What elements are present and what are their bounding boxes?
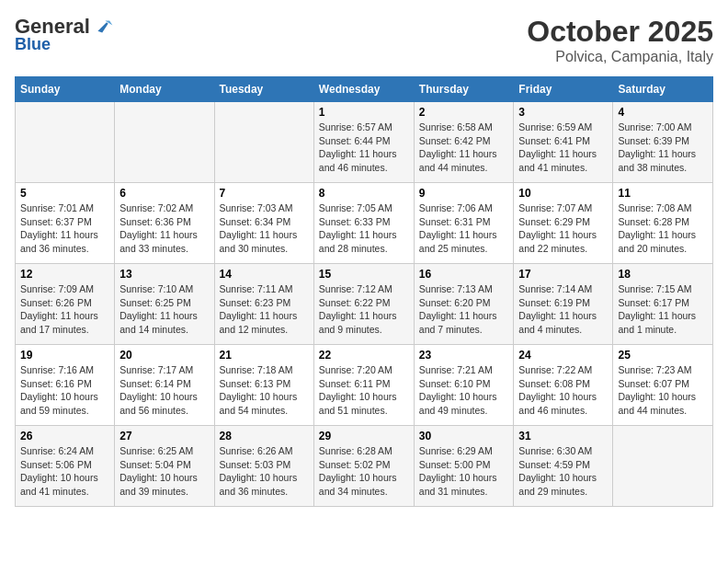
day-info: Sunrise: 7:20 AMSunset: 6:11 PMDaylight:… xyxy=(319,363,409,418)
calendar-cell: 24Sunrise: 7:22 AMSunset: 6:08 PMDayligh… xyxy=(514,345,613,426)
header-wednesday: Wednesday xyxy=(313,77,414,102)
calendar-cell: 22Sunrise: 7:20 AMSunset: 6:11 PMDayligh… xyxy=(313,345,414,426)
header-sunday: Sunday xyxy=(16,77,115,102)
day-info: Sunrise: 6:26 AMSunset: 5:03 PMDaylight:… xyxy=(220,444,309,499)
day-number: 1 xyxy=(319,106,409,119)
day-info: Sunrise: 7:06 AMSunset: 6:31 PMDaylight:… xyxy=(419,201,509,256)
calendar-week-row: 26Sunrise: 6:24 AMSunset: 5:06 PMDayligh… xyxy=(16,426,713,507)
calendar-cell: 9Sunrise: 7:06 AMSunset: 6:31 PMDaylight… xyxy=(414,183,514,264)
day-number: 26 xyxy=(20,430,109,442)
day-number: 8 xyxy=(319,187,409,200)
calendar-cell: 19Sunrise: 7:16 AMSunset: 6:16 PMDayligh… xyxy=(16,345,115,426)
day-number: 13 xyxy=(119,268,209,281)
day-number: 6 xyxy=(119,187,209,200)
day-info: Sunrise: 7:08 AMSunset: 6:28 PMDaylight:… xyxy=(618,201,708,256)
day-info: Sunrise: 7:00 AMSunset: 6:39 PMDaylight:… xyxy=(618,121,708,175)
calendar-cell: 31Sunrise: 6:30 AMSunset: 4:59 PMDayligh… xyxy=(514,426,613,507)
day-number: 3 xyxy=(518,106,608,119)
header-thursday: Thursday xyxy=(414,77,514,102)
day-info: Sunrise: 7:11 AMSunset: 6:23 PMDaylight:… xyxy=(220,282,309,337)
calendar-week-row: 12Sunrise: 7:09 AMSunset: 6:26 PMDayligh… xyxy=(16,264,713,345)
day-number: 23 xyxy=(419,349,509,362)
day-info: Sunrise: 7:21 AMSunset: 6:10 PMDaylight:… xyxy=(419,363,509,418)
day-info: Sunrise: 7:23 AMSunset: 6:07 PMDaylight:… xyxy=(618,363,708,418)
header-tuesday: Tuesday xyxy=(214,77,313,102)
day-info: Sunrise: 7:02 AMSunset: 6:36 PMDaylight:… xyxy=(119,201,209,256)
day-info: Sunrise: 6:57 AMSunset: 6:44 PMDaylight:… xyxy=(319,121,409,175)
calendar-cell xyxy=(214,102,313,183)
day-info: Sunrise: 7:10 AMSunset: 6:25 PMDaylight:… xyxy=(119,282,209,337)
day-number: 12 xyxy=(20,268,109,281)
day-number: 16 xyxy=(419,268,509,281)
logo: General Blue xyxy=(15,15,114,54)
day-number: 14 xyxy=(220,268,309,281)
day-info: Sunrise: 7:07 AMSunset: 6:29 PMDaylight:… xyxy=(518,201,608,256)
day-number: 27 xyxy=(119,430,209,442)
day-number: 17 xyxy=(518,268,608,281)
calendar-header-row: SundayMondayTuesdayWednesdayThursdayFrid… xyxy=(16,77,713,102)
calendar-cell xyxy=(115,102,214,183)
day-number: 21 xyxy=(220,349,309,362)
calendar-cell: 28Sunrise: 6:26 AMSunset: 5:03 PMDayligh… xyxy=(214,426,313,507)
day-info: Sunrise: 7:18 AMSunset: 6:13 PMDaylight:… xyxy=(220,363,309,418)
calendar-cell: 23Sunrise: 7:21 AMSunset: 6:10 PMDayligh… xyxy=(414,345,514,426)
day-number: 31 xyxy=(518,430,608,442)
day-info: Sunrise: 7:03 AMSunset: 6:34 PMDaylight:… xyxy=(220,201,309,256)
calendar-cell: 15Sunrise: 7:12 AMSunset: 6:22 PMDayligh… xyxy=(313,264,414,345)
day-number: 11 xyxy=(618,187,708,200)
day-number: 5 xyxy=(20,187,109,200)
calendar-cell: 7Sunrise: 7:03 AMSunset: 6:34 PMDaylight… xyxy=(214,183,313,264)
day-number: 4 xyxy=(618,106,708,119)
calendar-cell: 30Sunrise: 6:29 AMSunset: 5:00 PMDayligh… xyxy=(414,426,514,507)
calendar-table: SundayMondayTuesdayWednesdayThursdayFrid… xyxy=(15,76,713,507)
calendar-week-row: 19Sunrise: 7:16 AMSunset: 6:16 PMDayligh… xyxy=(16,345,713,426)
calendar-cell: 27Sunrise: 6:25 AMSunset: 5:04 PMDayligh… xyxy=(115,426,214,507)
day-info: Sunrise: 7:13 AMSunset: 6:20 PMDaylight:… xyxy=(419,282,509,337)
calendar-cell: 21Sunrise: 7:18 AMSunset: 6:13 PMDayligh… xyxy=(214,345,313,426)
calendar-cell: 13Sunrise: 7:10 AMSunset: 6:25 PMDayligh… xyxy=(115,264,214,345)
calendar-cell: 14Sunrise: 7:11 AMSunset: 6:23 PMDayligh… xyxy=(214,264,313,345)
day-number: 25 xyxy=(618,349,708,362)
day-number: 30 xyxy=(419,430,509,442)
day-info: Sunrise: 7:14 AMSunset: 6:19 PMDaylight:… xyxy=(518,282,608,337)
calendar-cell: 10Sunrise: 7:07 AMSunset: 6:29 PMDayligh… xyxy=(514,183,613,264)
day-number: 24 xyxy=(518,349,608,362)
day-number: 22 xyxy=(319,349,409,362)
day-info: Sunrise: 7:12 AMSunset: 6:22 PMDaylight:… xyxy=(319,282,409,337)
location-subtitle: Polvica, Campania, Italy xyxy=(527,49,713,65)
calendar-cell: 11Sunrise: 7:08 AMSunset: 6:28 PMDayligh… xyxy=(613,183,713,264)
day-info: Sunrise: 6:28 AMSunset: 5:02 PMDaylight:… xyxy=(319,444,409,499)
day-info: Sunrise: 6:24 AMSunset: 5:06 PMDaylight:… xyxy=(20,444,109,499)
day-number: 15 xyxy=(319,268,409,281)
day-info: Sunrise: 6:59 AMSunset: 6:41 PMDaylight:… xyxy=(518,121,608,175)
day-number: 7 xyxy=(220,187,309,200)
day-number: 10 xyxy=(518,187,608,200)
calendar-cell: 16Sunrise: 7:13 AMSunset: 6:20 PMDayligh… xyxy=(414,264,514,345)
calendar-cell: 26Sunrise: 6:24 AMSunset: 5:06 PMDayligh… xyxy=(16,426,115,507)
calendar-week-row: 5Sunrise: 7:01 AMSunset: 6:37 PMDaylight… xyxy=(16,183,713,264)
calendar-cell: 29Sunrise: 6:28 AMSunset: 5:02 PMDayligh… xyxy=(313,426,414,507)
calendar-cell xyxy=(16,102,115,183)
day-number: 9 xyxy=(419,187,509,200)
calendar-cell: 20Sunrise: 7:17 AMSunset: 6:14 PMDayligh… xyxy=(115,345,214,426)
day-number: 29 xyxy=(319,430,409,442)
calendar-cell: 3Sunrise: 6:59 AMSunset: 6:41 PMDaylight… xyxy=(514,102,613,183)
day-info: Sunrise: 6:30 AMSunset: 4:59 PMDaylight:… xyxy=(518,444,608,499)
calendar-cell: 18Sunrise: 7:15 AMSunset: 6:17 PMDayligh… xyxy=(613,264,713,345)
calendar-cell: 4Sunrise: 7:00 AMSunset: 6:39 PMDaylight… xyxy=(613,102,713,183)
day-info: Sunrise: 7:01 AMSunset: 6:37 PMDaylight:… xyxy=(20,201,109,256)
calendar-cell: 1Sunrise: 6:57 AMSunset: 6:44 PMDaylight… xyxy=(313,102,414,183)
calendar-cell: 25Sunrise: 7:23 AMSunset: 6:07 PMDayligh… xyxy=(613,345,713,426)
day-info: Sunrise: 6:29 AMSunset: 5:00 PMDaylight:… xyxy=(419,444,509,499)
logo-blue-text: Blue xyxy=(15,35,51,54)
day-info: Sunrise: 6:25 AMSunset: 5:04 PMDaylight:… xyxy=(119,444,209,499)
calendar-cell: 6Sunrise: 7:02 AMSunset: 6:36 PMDaylight… xyxy=(115,183,214,264)
day-number: 28 xyxy=(220,430,309,442)
day-number: 20 xyxy=(119,349,209,362)
calendar-cell: 12Sunrise: 7:09 AMSunset: 6:26 PMDayligh… xyxy=(16,264,115,345)
logo-icon xyxy=(92,16,114,38)
header-saturday: Saturday xyxy=(613,77,713,102)
header-monday: Monday xyxy=(115,77,214,102)
day-number: 19 xyxy=(20,349,109,362)
day-number: 2 xyxy=(419,106,509,119)
